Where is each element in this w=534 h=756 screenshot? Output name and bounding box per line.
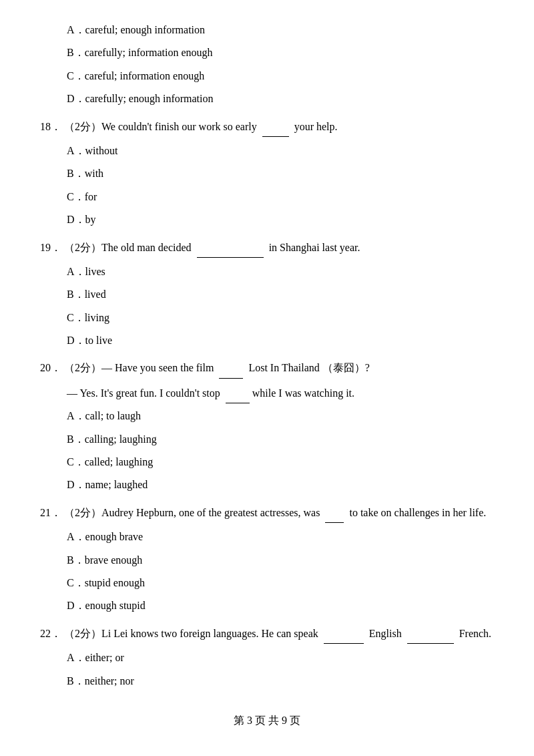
q19-option-d: D．to live xyxy=(40,331,494,351)
q17-option-b: B．carefully; information enough xyxy=(40,43,494,63)
q18-text: 18． （2分）We couldn't finish our work so e… xyxy=(40,116,494,137)
q20-option-d: D．name; laughed xyxy=(40,475,494,495)
q21-block: 21． （2分）Audrey Hepburn, one of the great… xyxy=(40,502,494,616)
q19-block: 19． （2分）The old man decided in Shanghai … xyxy=(40,237,494,351)
q20-text: 20． （2分）— Have you seen the film Lost In… xyxy=(40,357,494,378)
q22-text: 22． （2分）Li Lei knows two foreign languag… xyxy=(40,623,494,644)
q20-option-c: C．called; laughing xyxy=(40,452,494,472)
q22-block: 22． （2分）Li Lei knows two foreign languag… xyxy=(40,623,494,691)
q22-option-a: A．either; or xyxy=(40,648,494,668)
q20-dialogue2: — Yes. It's great fun. I couldn't stop w… xyxy=(40,383,494,403)
q17-option-d: D．carefully; enough information xyxy=(40,89,494,109)
q18-option-a: A．without xyxy=(40,141,494,161)
q22-option-b: B．neither; nor xyxy=(40,671,494,691)
q20-option-b: B．calling; laughing xyxy=(40,429,494,449)
q19-option-a: A．lives xyxy=(40,262,494,282)
q18-option-b: B．with xyxy=(40,164,494,184)
q17-options-block: A．careful; enough information B．carefull… xyxy=(40,20,494,110)
q17-option-a: A．careful; enough information xyxy=(40,20,494,40)
q20-option-a: A．call; to laugh xyxy=(40,406,494,426)
page-footer: 第 3 页 共 9 页 xyxy=(40,711,494,731)
q18-block: 18． （2分）We couldn't finish our work so e… xyxy=(40,116,494,230)
q21-option-b: B．brave enough xyxy=(40,550,494,570)
q18-option-d: D．by xyxy=(40,210,494,230)
q21-option-d: D．enough stupid xyxy=(40,596,494,616)
q21-text: 21． （2分）Audrey Hepburn, one of the great… xyxy=(40,502,494,523)
q21-option-a: A．enough brave xyxy=(40,527,494,547)
q20-block: 20． （2分）— Have you seen the film Lost In… xyxy=(40,357,494,495)
q19-text: 19． （2分）The old man decided in Shanghai … xyxy=(40,237,494,258)
q18-option-c: C．for xyxy=(40,187,494,207)
q19-option-b: B．lived xyxy=(40,285,494,305)
q17-option-c: C．careful; information enough xyxy=(40,66,494,86)
page-number: 第 3 页 共 9 页 xyxy=(234,715,300,726)
q19-option-c: C．living xyxy=(40,308,494,328)
q21-option-c: C．stupid enough xyxy=(40,573,494,593)
